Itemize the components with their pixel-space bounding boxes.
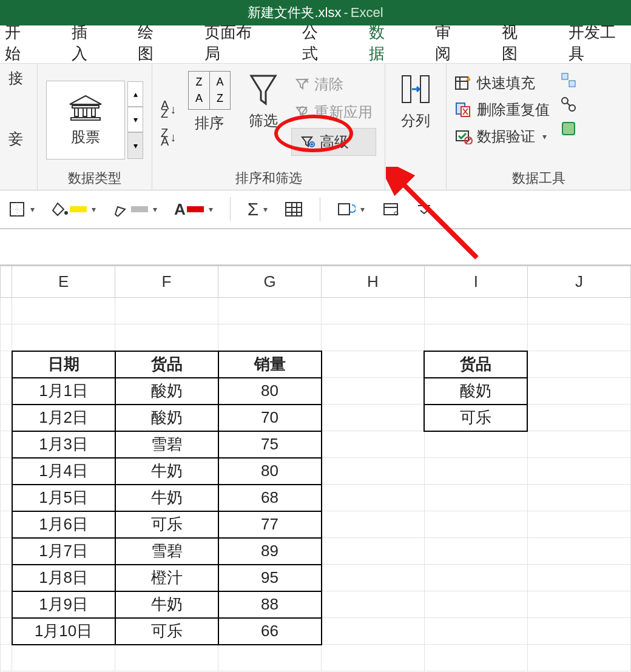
cell[interactable]: 1月10日 [12,618,115,645]
types-expand[interactable]: ▾ [127,132,143,159]
cell[interactable]: 酸奶 [424,378,527,405]
cell[interactable]: 日期 [12,351,115,378]
cell[interactable]: 1月8日 [12,565,115,591]
cell[interactable] [115,298,218,324]
qat-pen-button[interactable]: ▾ [113,202,157,217]
cell[interactable]: 1月7日 [12,538,115,565]
consolidate-icon[interactable] [561,72,576,88]
cell[interactable] [424,618,527,645]
cell[interactable]: 1月4日 [12,458,115,485]
cell[interactable]: 75 [218,431,322,458]
stocks-button[interactable]: 股票 [46,81,125,160]
formula-bar[interactable] [0,229,631,266]
col-header-I[interactable]: I [424,266,527,298]
cell[interactable]: 95 [218,565,322,591]
cell[interactable] [424,485,527,511]
cell[interactable] [322,431,425,458]
col-header-G[interactable]: G [218,266,322,298]
cell[interactable]: 酸奶 [115,405,218,431]
col-header-E[interactable]: E [12,266,115,298]
row-header[interactable] [1,591,12,618]
col-header-J[interactable]: J [527,266,630,298]
cell[interactable] [322,324,425,351]
cell[interactable]: 1月2日 [12,405,115,431]
cell[interactable] [424,511,527,538]
cell[interactable] [12,645,115,671]
reapply-filter-button[interactable]: 重新应用 [291,100,376,124]
cell[interactable]: 酸奶 [115,378,218,405]
types-scroll-up[interactable]: ▴ [127,81,143,107]
cell[interactable] [322,298,425,324]
cell[interactable] [322,538,425,565]
row-header[interactable] [1,565,12,591]
cell[interactable] [424,431,527,458]
cell[interactable] [527,298,630,324]
cell[interactable] [424,591,527,618]
row-header[interactable] [1,538,12,565]
sort-asc-button[interactable]: AZ↓ [161,101,176,118]
row-header[interactable] [1,351,12,378]
cell[interactable] [527,378,630,405]
cell[interactable]: 货品 [115,351,218,378]
cell[interactable]: 可乐 [115,511,218,538]
cell[interactable] [322,618,425,645]
row-header[interactable] [1,405,12,431]
data-validation-button[interactable]: 数据验证 [455,127,550,146]
cell[interactable] [527,485,630,511]
cell[interactable] [218,298,322,324]
cell[interactable] [527,458,630,485]
cell[interactable]: 70 [218,405,322,431]
cell[interactable] [527,645,630,671]
cell[interactable]: 80 [218,458,322,485]
cell[interactable]: 68 [218,485,322,511]
cell[interactable] [527,351,630,378]
row-header[interactable] [1,458,12,485]
qat-autosum-button[interactable]: Σ▾ [248,199,268,220]
cell[interactable] [322,565,425,591]
cell[interactable]: 牛奶 [115,485,218,511]
qat-more-button[interactable] [417,204,431,214]
cell[interactable]: 销量 [218,351,322,378]
advanced-filter-button[interactable]: 高级 [291,128,376,156]
qat-fill-color-button[interactable]: ▾ [52,202,96,217]
data-model-icon[interactable] [561,121,576,136]
cell[interactable] [424,458,527,485]
cell[interactable] [322,378,425,405]
tab-dev[interactable]: 开发工具 [569,19,631,69]
cell[interactable]: 雪碧 [115,431,218,458]
cell[interactable]: 77 [218,511,322,538]
funnel-icon[interactable] [248,71,279,107]
cell[interactable]: 88 [218,591,322,618]
tab-formula[interactable]: 公式 [302,19,334,69]
tab-draw[interactable]: 绘图 [138,19,169,69]
cell[interactable] [218,645,322,671]
relationships-icon[interactable] [561,96,576,112]
cell[interactable] [322,458,425,485]
cell[interactable]: 可乐 [424,405,527,431]
clear-filter-button[interactable]: 清除 [291,72,376,96]
cell[interactable]: 可乐 [115,618,218,645]
cell[interactable]: 牛奶 [115,458,218,485]
tab-layout[interactable]: 页面布局 [204,19,267,69]
cell[interactable] [424,324,527,351]
cell[interactable] [527,538,630,565]
tab-view[interactable]: 视图 [502,19,533,69]
cell[interactable] [322,351,425,378]
connections-top-btn[interactable]: 接 [8,69,23,88]
cell[interactable] [527,618,630,645]
cell[interactable] [322,405,425,431]
sort-dialog-button[interactable]: ZA AZ [188,71,231,110]
tab-review[interactable]: 审阅 [435,19,467,69]
cell[interactable]: 橙汁 [115,565,218,591]
row-header[interactable] [1,431,12,458]
cell[interactable] [424,538,527,565]
tab-insert[interactable]: 插入 [72,19,103,69]
row-header[interactable] [1,485,12,511]
qat-table-button[interactable] [285,201,303,217]
cell[interactable] [424,565,527,591]
cell[interactable] [115,324,218,351]
cell[interactable] [527,405,630,431]
tab-data[interactable]: 数据 [369,19,400,69]
cell[interactable]: 1月5日 [12,485,115,511]
row-header[interactable] [1,618,12,645]
